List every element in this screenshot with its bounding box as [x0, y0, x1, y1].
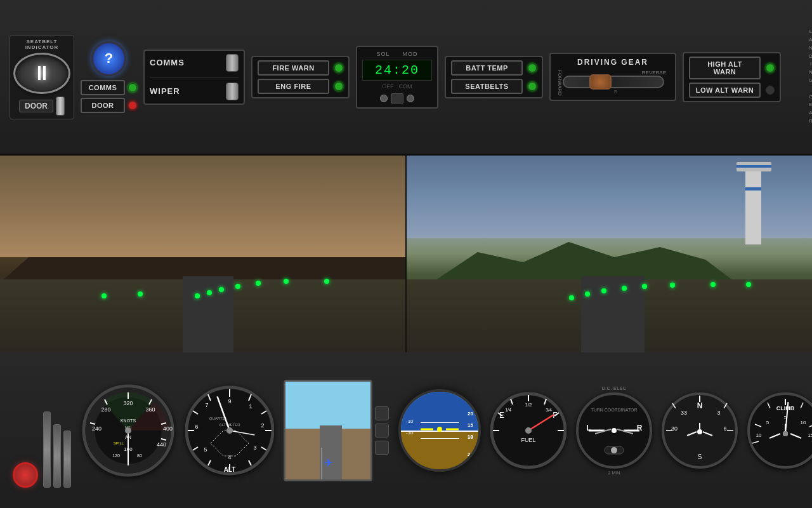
- driving-gear-panel: DRIVING GEAR FORWARD REVERSE R: [549, 53, 676, 101]
- mod-label: MOD: [403, 51, 418, 57]
- runway-left: [183, 276, 233, 352]
- bottom-panel: 320 360 400 440 280 240 KNOTS MTI AN SPI…: [0, 352, 812, 508]
- svg-point-75: [612, 428, 617, 433]
- compass-gauge-container: N 3 33 6 30 S: [662, 392, 738, 469]
- svg-text:1/2: 1/2: [525, 402, 532, 408]
- svg-text:320: 320: [123, 400, 133, 406]
- svg-text:7: 7: [205, 402, 208, 408]
- r-label: R: [563, 90, 669, 94]
- pitch-mark-2: [421, 438, 459, 439]
- comms-knob[interactable]: [226, 54, 239, 72]
- comms-wiper-panel: COMMS WIPER: [143, 50, 245, 105]
- landing-gear-section: LANDINGGEAR: [787, 28, 812, 126]
- svg-text:FUEL: FUEL: [521, 437, 535, 443]
- door-switch-1[interactable]: [56, 97, 65, 116]
- door-label-1: DOOR: [19, 100, 53, 112]
- radio-knob-left[interactable]: [380, 95, 388, 102]
- batt-temp-indicator: [528, 64, 537, 72]
- nav-btn-2[interactable]: [375, 424, 389, 438]
- svg-text:3/4: 3/4: [546, 408, 552, 412]
- tower-top: [737, 162, 771, 171]
- radio-com-label: COM: [399, 83, 412, 90]
- runway-light-9: [102, 293, 107, 298]
- driving-gear-label: DRIVING GEAR: [577, 58, 648, 67]
- svg-point-52: [437, 427, 442, 432]
- comms-indicator: [128, 83, 137, 92]
- throttle-stick-2: [53, 424, 61, 488]
- seatbelt-label: SEATBELTINDICATOR: [25, 39, 59, 50]
- svg-text:9: 9: [228, 398, 231, 404]
- svg-text:SPILL: SPILL: [114, 441, 124, 445]
- svg-text:120: 120: [112, 453, 120, 458]
- svg-text:2: 2: [261, 422, 264, 429]
- radio-knob-right[interactable]: [407, 95, 414, 102]
- fuel-gauge-container: E F 1/2 3/4 1/4 FUEL: [490, 386, 566, 475]
- svg-text:N: N: [697, 401, 703, 410]
- svg-text:AN: AN: [125, 435, 131, 439]
- svg-text:6: 6: [723, 425, 726, 432]
- climb-gauge: CLIMB 5 10 15 5 10: [747, 392, 812, 469]
- att-scale-bot: 1020: [468, 434, 473, 457]
- att-scale-left: -10-10: [406, 418, 414, 436]
- tower-top-stripe: [737, 165, 771, 168]
- svg-text:5: 5: [766, 420, 769, 425]
- compass-gauge: N 3 33 6 30 S: [662, 392, 738, 469]
- comms-button[interactable]: COMMS: [81, 80, 125, 95]
- svg-point-68: [525, 427, 532, 434]
- tower: [745, 168, 761, 244]
- altimeter-gauge: 9 1 2 3 4 5 6 7 QUARTZ ALTIMETER ALT: [185, 383, 274, 478]
- nav-btn-1[interactable]: [375, 406, 389, 420]
- throttle-sticks: [43, 399, 71, 488]
- svg-text:ALTIMETER: ALTIMETER: [219, 423, 240, 427]
- svg-text:4: 4: [228, 454, 231, 460]
- runway-light-3: [219, 287, 224, 292]
- runway-light-r3: [601, 288, 606, 293]
- svg-text:10: 10: [801, 420, 806, 425]
- svg-text:1/4: 1/4: [505, 408, 511, 412]
- svg-text:240: 240: [92, 425, 102, 432]
- fuel-gauge: E F 1/2 3/4 1/4 FUEL: [490, 386, 566, 475]
- batt-warn-cluster: BATT TEMP SEATBELTS: [445, 56, 543, 98]
- seatbelts-button[interactable]: SEATBELTS: [451, 79, 523, 94]
- turn-coord-title: D.C. ELEC: [602, 386, 627, 391]
- fire-warn-button[interactable]: FIRE WARN: [258, 60, 329, 76]
- svg-text:KNOTS: KNOTS: [121, 418, 136, 423]
- eng-fire-button[interactable]: ENG FIRE: [258, 79, 329, 94]
- reverse-label: REVERSE: [563, 70, 669, 76]
- runway-light-r5: [642, 284, 647, 289]
- driving-gear-track[interactable]: [563, 76, 664, 88]
- svg-text:TURN COORDINATOR: TURN COORDINATOR: [591, 408, 637, 412]
- question-button[interactable]: ?: [91, 41, 126, 76]
- turn-coord-gauge: TURN COORDINATOR L R: [576, 392, 652, 469]
- nav-btn-3[interactable]: [375, 441, 389, 455]
- mountains-right: [432, 232, 736, 283]
- wiper-knob[interactable]: [226, 83, 239, 100]
- door-indicator: [128, 101, 137, 110]
- throttle-section: [13, 373, 71, 488]
- batt-temp-button[interactable]: BATT TEMP: [451, 60, 523, 76]
- runway-light-1: [195, 293, 200, 298]
- runway-light-r4: [622, 286, 627, 291]
- radio-panel: SOL MOD 24:20 OFF COM: [356, 46, 438, 109]
- svg-text:33: 33: [681, 410, 687, 416]
- sol-label: SOL: [376, 51, 390, 57]
- svg-text:MTI: MTI: [125, 425, 132, 429]
- nav-side-buttons: [375, 406, 389, 455]
- svg-text:QUARTZ: QUARTZ: [209, 417, 225, 420]
- alt-warn-cluster: HIGH ALT WARN LOW ALT WARN: [683, 52, 781, 102]
- radio-knob-center[interactable]: [391, 93, 403, 104]
- low-alt-warn-button[interactable]: LOW ALT WARN: [689, 83, 761, 98]
- radio-display: 24:20: [362, 60, 432, 81]
- driving-gear-thumb[interactable]: [589, 74, 612, 90]
- door-button[interactable]: DOOR: [81, 98, 125, 113]
- nav-sky: [285, 382, 370, 432]
- svg-text:400: 400: [163, 425, 173, 432]
- high-alt-warn-button[interactable]: HIGH ALT WARN: [689, 57, 761, 79]
- throttle-button[interactable]: [13, 462, 38, 488]
- svg-point-115: [783, 431, 788, 436]
- runway-light-2: [207, 290, 212, 295]
- svg-text:1: 1: [249, 403, 252, 410]
- turn-coord-container: D.C. ELEC TURN COORDINATOR L R 2 MIN: [576, 386, 652, 475]
- nav-display: ✈: [284, 380, 372, 481]
- comms-panel-label: COMMS: [150, 58, 222, 67]
